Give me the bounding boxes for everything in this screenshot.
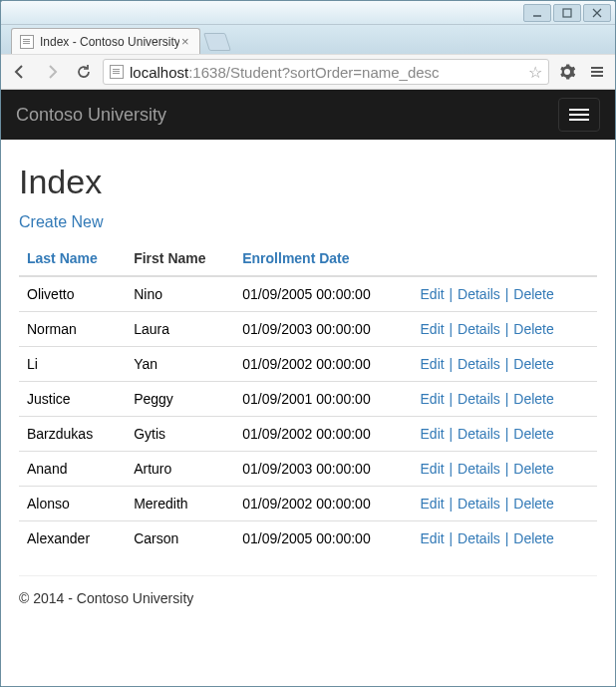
table-row: BarzdukasGytis01/09/2002 00:00:00Edit | … bbox=[19, 417, 597, 452]
edit-link[interactable]: Edit bbox=[421, 496, 445, 512]
cell-actions: Edit | Details | Delete bbox=[413, 382, 597, 417]
delete-link[interactable]: Delete bbox=[513, 461, 553, 477]
separator: | bbox=[445, 496, 458, 512]
cell-last-name: Norman bbox=[19, 312, 126, 347]
cell-last-name: Anand bbox=[19, 452, 126, 487]
navbar-brand[interactable]: Contoso University bbox=[16, 105, 166, 126]
separator: | bbox=[500, 426, 513, 442]
cell-actions: Edit | Details | Delete bbox=[413, 347, 597, 382]
site-navbar: Contoso University bbox=[1, 90, 615, 140]
cell-last-name: Barzdukas bbox=[19, 417, 126, 452]
cell-enrollment-date: 01/09/2002 00:00:00 bbox=[234, 347, 412, 382]
header-actions bbox=[413, 241, 597, 276]
cell-enrollment-date: 01/09/2002 00:00:00 bbox=[234, 417, 412, 452]
cell-first-name: Carson bbox=[126, 521, 234, 556]
separator: | bbox=[500, 530, 513, 546]
url-host: localhost bbox=[130, 64, 188, 81]
table-row: AlexanderCarson01/09/2005 00:00:00Edit |… bbox=[19, 521, 597, 556]
edit-link[interactable]: Edit bbox=[421, 461, 445, 477]
address-bar[interactable]: localhost:1638/Student?sortOrder=name_de… bbox=[103, 59, 549, 85]
edit-link[interactable]: Edit bbox=[421, 391, 445, 407]
cell-actions: Edit | Details | Delete bbox=[413, 276, 597, 312]
details-link[interactable]: Details bbox=[458, 530, 500, 546]
details-link[interactable]: Details bbox=[458, 391, 500, 407]
page-container: Index Create New Last Name First Name En… bbox=[1, 140, 615, 621]
url-path: /Student?sortOrder=name_desc bbox=[226, 64, 440, 81]
window-titlebar bbox=[1, 1, 615, 25]
delete-link[interactable]: Delete bbox=[513, 391, 553, 407]
delete-link[interactable]: Delete bbox=[513, 286, 553, 302]
details-link[interactable]: Details bbox=[458, 286, 500, 302]
window-maximize-button[interactable] bbox=[553, 4, 581, 22]
details-link[interactable]: Details bbox=[458, 426, 500, 442]
window-minimize-button[interactable] bbox=[523, 4, 551, 22]
bookmark-star-icon[interactable]: ☆ bbox=[528, 63, 542, 82]
svg-rect-4 bbox=[591, 67, 603, 69]
details-link[interactable]: Details bbox=[458, 321, 500, 337]
delete-link[interactable]: Delete bbox=[513, 356, 553, 372]
separator: | bbox=[445, 426, 458, 442]
url-port: :1638 bbox=[188, 64, 226, 81]
browser-tab[interactable]: Index - Contoso University × bbox=[11, 28, 200, 54]
table-header-row: Last Name First Name Enrollment Date bbox=[19, 241, 597, 276]
browser-window: Index - Contoso University × localhost:1… bbox=[0, 0, 616, 687]
new-tab-button[interactable] bbox=[203, 33, 231, 51]
settings-gear-icon[interactable] bbox=[555, 63, 579, 81]
separator: | bbox=[500, 321, 513, 337]
delete-link[interactable]: Delete bbox=[513, 426, 553, 442]
create-new-link[interactable]: Create New bbox=[19, 213, 103, 230]
reload-button[interactable] bbox=[71, 63, 97, 81]
cell-last-name: Alonso bbox=[19, 487, 126, 521]
separator: | bbox=[445, 391, 458, 407]
separator: | bbox=[445, 461, 458, 477]
students-table: Last Name First Name Enrollment Date Oli… bbox=[19, 241, 597, 555]
details-link[interactable]: Details bbox=[458, 356, 500, 372]
edit-link[interactable]: Edit bbox=[421, 530, 445, 546]
forward-button[interactable] bbox=[39, 63, 65, 81]
cell-first-name: Yan bbox=[126, 347, 234, 382]
separator: | bbox=[500, 391, 513, 407]
navbar-toggle-button[interactable] bbox=[558, 98, 600, 132]
back-button[interactable] bbox=[7, 63, 33, 81]
tab-close-button[interactable]: × bbox=[179, 34, 191, 49]
window-close-button[interactable] bbox=[583, 4, 611, 22]
details-link[interactable]: Details bbox=[458, 496, 500, 512]
separator: | bbox=[500, 461, 513, 477]
cell-actions: Edit | Details | Delete bbox=[413, 417, 597, 452]
svg-rect-1 bbox=[563, 9, 571, 17]
cell-enrollment-date: 01/09/2003 00:00:00 bbox=[234, 452, 412, 487]
table-row: AlonsoMeredith01/09/2002 00:00:00Edit | … bbox=[19, 487, 597, 521]
separator: | bbox=[500, 496, 513, 512]
details-link[interactable]: Details bbox=[458, 461, 500, 477]
separator: | bbox=[500, 286, 513, 302]
cell-enrollment-date: 01/09/2005 00:00:00 bbox=[234, 276, 412, 312]
sort-last-name-link[interactable]: Last Name bbox=[27, 250, 98, 266]
table-row: LiYan01/09/2002 00:00:00Edit | Details |… bbox=[19, 347, 597, 382]
table-row: OlivettoNino01/09/2005 00:00:00Edit | De… bbox=[19, 276, 597, 312]
page-viewport: Contoso University Index Create New Last… bbox=[1, 90, 615, 686]
edit-link[interactable]: Edit bbox=[421, 356, 445, 372]
cell-enrollment-date: 01/09/2003 00:00:00 bbox=[234, 312, 412, 347]
page-title: Index bbox=[19, 163, 597, 201]
cell-first-name: Gytis bbox=[126, 417, 234, 452]
sort-enrollment-date-link[interactable]: Enrollment Date bbox=[242, 250, 349, 266]
edit-link[interactable]: Edit bbox=[421, 321, 445, 337]
cell-enrollment-date: 01/09/2005 00:00:00 bbox=[234, 521, 412, 556]
delete-link[interactable]: Delete bbox=[513, 530, 553, 546]
svg-rect-5 bbox=[591, 71, 603, 73]
delete-link[interactable]: Delete bbox=[513, 321, 553, 337]
chrome-menu-icon[interactable] bbox=[585, 64, 609, 80]
cell-actions: Edit | Details | Delete bbox=[413, 487, 597, 521]
footer-text: © 2014 - Contoso University bbox=[19, 590, 597, 606]
browser-tabstrip: Index - Contoso University × bbox=[1, 25, 615, 54]
svg-rect-6 bbox=[591, 75, 603, 77]
delete-link[interactable]: Delete bbox=[513, 496, 553, 512]
edit-link[interactable]: Edit bbox=[421, 426, 445, 442]
cell-first-name: Laura bbox=[126, 312, 234, 347]
table-row: NormanLaura01/09/2003 00:00:00Edit | Det… bbox=[19, 312, 597, 347]
cell-last-name: Justice bbox=[19, 382, 126, 417]
cell-last-name: Alexander bbox=[19, 521, 126, 556]
tab-title: Index - Contoso University bbox=[40, 35, 179, 49]
footer-divider bbox=[19, 575, 597, 576]
edit-link[interactable]: Edit bbox=[421, 286, 445, 302]
